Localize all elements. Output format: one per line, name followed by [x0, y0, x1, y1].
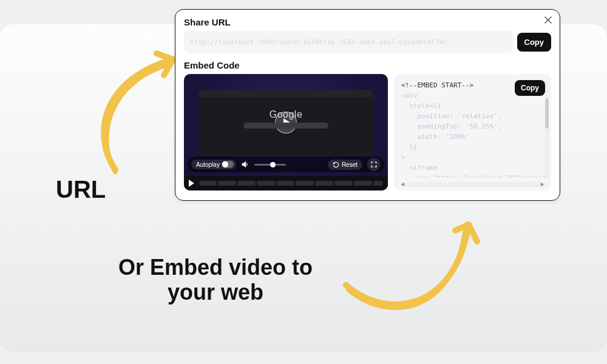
play-mini-icon[interactable] — [189, 180, 194, 187]
embed-code-panel: Copy <!--EMBED START--> <div style={{ po… — [394, 74, 551, 190]
volume-slider[interactable] — [254, 164, 286, 166]
browser-mock: Google — [198, 90, 373, 155]
close-icon[interactable] — [543, 15, 554, 25]
reset-label: Reset — [342, 161, 358, 168]
switch-icon[interactable] — [222, 161, 234, 168]
fullscreen-button[interactable] — [367, 158, 381, 171]
timeline-track[interactable] — [199, 181, 383, 186]
autoplay-label: Autoplay — [196, 161, 220, 168]
page-logo-text: Google — [270, 109, 303, 120]
volume-icon[interactable] — [241, 160, 249, 169]
autoplay-toggle[interactable]: Autoplay — [191, 160, 236, 169]
video-preview[interactable]: Google Autoplay — [184, 74, 388, 190]
video-timeline[interactable] — [184, 176, 388, 190]
page-searchbar-mock — [243, 123, 328, 129]
video-controls-bar: Autoplay Reset — [188, 157, 384, 172]
embed-callout-text: Or Embed video to your web — [106, 255, 325, 305]
url-callout-text: URL — [56, 176, 106, 203]
reset-button[interactable]: Reset — [328, 160, 362, 170]
copy-embed-button[interactable]: Copy — [515, 80, 545, 96]
share-url-field[interactable]: http://localhost:3000/share/1b74ef1b-c53… — [184, 31, 514, 53]
code-vertical-scrollbar[interactable] — [545, 80, 549, 178]
share-url-title: Share URL — [184, 17, 551, 27]
code-horizontal-scrollbar[interactable] — [400, 182, 545, 187]
share-dialog: Share URL http://localhost:3000/share/1b… — [175, 9, 560, 201]
copy-url-button[interactable]: Copy — [517, 33, 552, 52]
embed-code-title: Embed Code — [184, 60, 551, 70]
